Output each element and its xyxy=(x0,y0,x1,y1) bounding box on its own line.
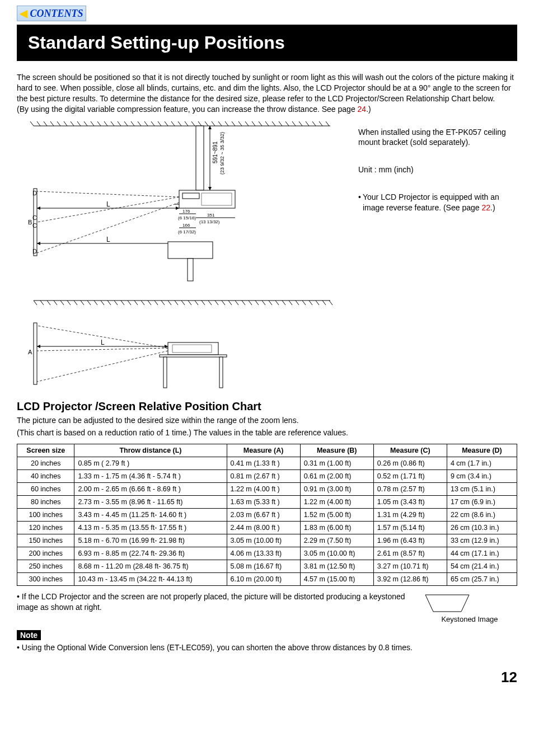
note-text: • Using the Optional Wide Conversion len… xyxy=(17,642,517,653)
cell-measure-a: 2.44 m (8.00 ft ) xyxy=(227,522,300,534)
col-throw-distance: Throw distance (L) xyxy=(74,444,227,457)
cell-measure-b: 3.05 m (10.00 ft) xyxy=(300,547,373,560)
svg-line-2 xyxy=(37,121,40,126)
cell-measure-c: 0.78 m (2.57 ft) xyxy=(373,483,447,496)
keystone-image: Keystoned Image xyxy=(422,591,517,623)
cell-screen-size: 120 inches xyxy=(17,522,74,534)
svg-text:C: C xyxy=(32,214,37,221)
svg-line-124 xyxy=(296,300,299,305)
cell-measure-a: 6.10 m (20.00 ft) xyxy=(227,573,300,586)
cell-measure-b: 1.22 m (4.00 ft) xyxy=(300,496,373,509)
svg-line-21 xyxy=(165,121,168,126)
svg-line-98 xyxy=(121,300,124,305)
svg-line-129 xyxy=(329,300,332,305)
cell-measure-c: 0.26 m (0.86 ft) xyxy=(373,457,447,470)
svg-line-114 xyxy=(228,300,232,305)
svg-marker-70 xyxy=(208,187,212,190)
table-row: 40 inches1.33 m - 1.75 m (4.36 ft - 5.74… xyxy=(17,470,517,483)
svg-line-4 xyxy=(50,121,54,126)
cell-screen-size: 60 inches xyxy=(17,483,74,496)
svg-line-96 xyxy=(107,300,111,305)
svg-line-22 xyxy=(171,121,175,126)
page-link-24[interactable]: 24 xyxy=(358,105,367,114)
svg-line-108 xyxy=(188,300,191,305)
svg-line-121 xyxy=(275,300,279,305)
cell-measure-d: 26 cm (10.3 in.) xyxy=(447,522,517,534)
svg-line-118 xyxy=(255,300,259,305)
svg-line-1 xyxy=(30,121,34,126)
page-link-22[interactable]: 22 xyxy=(481,203,490,212)
svg-rect-133 xyxy=(160,355,227,357)
svg-line-87 xyxy=(47,300,50,305)
svg-line-44 xyxy=(319,121,322,126)
cell-measure-c: 3.27 m (10.71 ft) xyxy=(373,560,447,573)
svg-line-25 xyxy=(191,121,195,126)
cell-throw-distance: 1.33 m - 1.75 m (4.36 ft - 5.74 ft ) xyxy=(74,470,227,483)
svg-line-99 xyxy=(128,300,131,305)
svg-text:(13 13/32): (13 13/32) xyxy=(199,219,220,224)
col-measure-b: Measure (B) xyxy=(300,444,373,457)
svg-text:(23 9/32 ~ 35 3/32): (23 9/32 ~ 35 3/32) xyxy=(219,132,225,174)
cell-measure-a: 1.63 m (5.33 ft ) xyxy=(227,496,300,509)
svg-line-137 xyxy=(37,348,168,351)
svg-marker-141 xyxy=(37,345,40,348)
contents-button[interactable]: ◀ CONTENTS xyxy=(17,6,86,21)
keystone-caption: Keystoned Image xyxy=(422,615,517,623)
svg-line-97 xyxy=(114,300,118,305)
svg-line-13 xyxy=(111,121,114,126)
cell-screen-size: 80 inches xyxy=(17,496,74,509)
cell-measure-d: 33 cm (12.9 in.) xyxy=(447,534,517,547)
svg-line-41 xyxy=(299,121,302,126)
svg-rect-135 xyxy=(219,357,223,388)
svg-line-10 xyxy=(91,121,94,126)
svg-text:D: D xyxy=(32,248,37,255)
svg-line-138 xyxy=(37,351,168,382)
svg-line-33 xyxy=(245,121,249,126)
unit-note: Unit : mm (inch) xyxy=(358,165,517,175)
cell-throw-distance: 0.85 m ( 2.79 ft ) xyxy=(74,457,227,470)
reverse-text-b: .) xyxy=(490,203,495,212)
svg-line-110 xyxy=(202,300,205,305)
cell-throw-distance: 4.13 m - 5.35 m (13.55 ft- 17.55 ft ) xyxy=(74,522,227,534)
table-row: 120 inches4.13 m - 5.35 m (13.55 ft- 17.… xyxy=(17,522,517,534)
svg-line-27 xyxy=(205,121,208,126)
svg-text:D: D xyxy=(32,190,37,196)
cell-throw-distance: 5.18 m - 6.70 m (16.99 ft- 21.98 ft) xyxy=(74,534,227,547)
table-row: 150 inches5.18 m - 6.70 m (16.99 ft- 21.… xyxy=(17,534,517,547)
svg-line-113 xyxy=(222,300,225,305)
svg-line-123 xyxy=(289,300,292,305)
svg-text:L: L xyxy=(106,200,110,208)
svg-line-11 xyxy=(97,121,101,126)
svg-line-3 xyxy=(44,121,47,126)
svg-marker-144 xyxy=(425,595,469,612)
svg-line-20 xyxy=(158,121,161,126)
cell-screen-size: 300 inches xyxy=(17,573,74,586)
bullet-icon: • xyxy=(358,192,363,213)
cell-measure-c: 1.96 m (6.43 ft) xyxy=(373,534,447,547)
projection-diagram: B C C D D L L 591~891 (23 9/32 ~ 35 3/32… xyxy=(17,121,347,390)
svg-line-89 xyxy=(60,300,64,305)
cell-measure-d: 22 cm (8.6 in.) xyxy=(447,509,517,522)
svg-line-93 xyxy=(87,300,91,305)
table-row: 80 inches2.73 m - 3.55 m (8.96 ft - 11.6… xyxy=(17,496,517,509)
svg-marker-61 xyxy=(37,206,40,210)
table-row: 250 inches8.68 m - 11.20 m (28.48 ft- 36… xyxy=(17,560,517,573)
svg-line-85 xyxy=(34,300,37,305)
svg-line-16 xyxy=(131,121,134,126)
cell-measure-d: 65 cm (25.7 in.) xyxy=(447,573,517,586)
svg-line-126 xyxy=(309,300,312,305)
svg-line-104 xyxy=(161,300,165,305)
svg-line-29 xyxy=(218,121,222,126)
svg-line-14 xyxy=(118,121,121,126)
svg-line-28 xyxy=(212,121,215,126)
col-measure-d: Measure (D) xyxy=(447,444,517,457)
svg-line-106 xyxy=(175,300,178,305)
svg-rect-130 xyxy=(34,323,37,384)
cell-measure-d: 4 cm (1.7 in.) xyxy=(447,457,517,470)
svg-line-17 xyxy=(138,121,141,126)
table-row: 300 inches10.43 m - 13.45 m (34.22 ft- 4… xyxy=(17,573,517,586)
col-measure-a: Measure (A) xyxy=(227,444,300,457)
svg-rect-131 xyxy=(168,342,218,355)
svg-rect-82 xyxy=(168,242,213,259)
cell-screen-size: 150 inches xyxy=(17,534,74,547)
